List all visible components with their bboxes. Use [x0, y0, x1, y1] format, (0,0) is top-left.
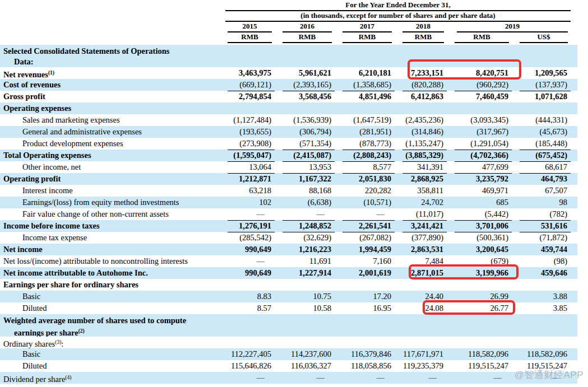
cell-value: (1,127,484) — [220, 114, 275, 126]
row-label: Cost of revenues — [0, 79, 220, 91]
cell-value: (5,442) — [455, 208, 512, 221]
cell-value: 2,871,015 — [395, 267, 447, 279]
cell-value — [275, 337, 335, 348]
cell-value — [335, 337, 395, 348]
cell-value: (2,415,087) — [283, 150, 335, 162]
table-row: Net income attributable to Autohome Inc.… — [0, 267, 577, 279]
table-row: Weighted average number of shares used t… — [0, 314, 577, 337]
row-label: Net income attributable to Autohome Inc. — [0, 267, 220, 279]
table-row: Gross profit2,794,8543,568,4564,851,4966… — [0, 91, 577, 102]
cell-value: 119,235,379 — [395, 360, 447, 372]
cell-value: — — [283, 208, 335, 221]
cell-value: 88,168 — [275, 185, 335, 197]
cell-value: 3,701,006 — [455, 220, 512, 232]
cell-value: (675,452) — [520, 150, 571, 162]
cell-value — [220, 315, 275, 337]
cell-value: (960,292) — [455, 79, 512, 91]
row-label: Income tax expense — [0, 232, 220, 244]
cell-value: 11,691 — [275, 255, 335, 267]
cell-value: 5,961,621 — [275, 67, 335, 79]
table-row: Cost of revenues(669,121)(2,393,165)(1,3… — [0, 79, 577, 91]
cell-value: 98 — [512, 197, 571, 208]
year-header: 2015 — [228, 22, 272, 32]
unit-header: RMB — [402, 32, 444, 43]
row-label: Product development expenses — [0, 138, 220, 150]
cell-value: 119,515,247 — [447, 360, 512, 372]
cell-value: (317,967) — [447, 126, 512, 138]
cell-value: 2,001,619 — [335, 267, 395, 279]
cell-value: (193,655) — [220, 126, 275, 138]
unit-header: RMB — [283, 32, 332, 43]
cell-value — [395, 337, 447, 348]
cell-value: 1,276,191 — [228, 220, 275, 232]
cell-value: 7,460,459 — [447, 91, 512, 102]
cell-value: 16.95 — [335, 302, 395, 314]
cell-value: (1,536,939) — [275, 114, 335, 126]
financial-statements-page: For the Year Ended December 31, (in thou… — [0, 0, 588, 387]
cell-value: (1,358,685) — [342, 79, 395, 91]
row-label: General and administrative expenses — [0, 126, 220, 138]
row-label: Earnings per share for ordinary shares — [0, 279, 220, 291]
cell-value: 2,863,531 — [395, 244, 447, 255]
unit-header: RMB — [342, 32, 392, 43]
header-subtitle-row: (in thousands, except for number of shar… — [0, 11, 577, 22]
cell-value: 10.75 — [275, 291, 335, 302]
table-row: Fair value change of other non-current a… — [0, 208, 577, 220]
cell-value — [447, 337, 512, 348]
cell-value: 68,617 — [520, 161, 571, 174]
cell-value: — — [228, 208, 275, 221]
cell-value — [512, 337, 571, 348]
cell-value: — — [275, 372, 335, 384]
cell-value: 114,237,600 — [275, 348, 335, 360]
cell-value: 6,210,181 — [335, 67, 395, 79]
cell-value: 8.57 — [220, 302, 275, 314]
cell-value: 24.08 — [395, 302, 447, 314]
cell-value: — — [335, 372, 395, 384]
cell-value: 469,971 — [447, 185, 512, 197]
cell-value: (45,673) — [512, 126, 571, 138]
cell-value: 8,420,751 — [447, 67, 512, 79]
cell-value: (669,121) — [228, 79, 275, 91]
row-label: Total Operating expenses — [0, 150, 220, 162]
cell-value: 6,412,863 — [395, 91, 447, 102]
table-row: Product development expenses(273,908)(57… — [0, 138, 577, 150]
cell-value: (32,629) — [275, 232, 335, 244]
row-label: Diluted — [0, 360, 220, 372]
cell-value: (3,885,329) — [402, 150, 447, 162]
cell-value: (1,647,519) — [335, 114, 395, 126]
cell-value — [395, 315, 447, 337]
cell-value: 990,649 — [220, 244, 275, 255]
cell-value: (71,872) — [512, 232, 571, 244]
cell-value: 118,582,096 — [512, 348, 571, 360]
cell-value: 117,671,971 — [395, 348, 447, 360]
cell-value: (2,435,236) — [395, 114, 447, 126]
table-row: Net loss/(income) attributable to noncon… — [0, 255, 577, 267]
cell-value — [335, 315, 395, 337]
cell-value: 8.83 — [220, 291, 275, 302]
cell-value — [220, 337, 275, 348]
cell-value — [220, 279, 275, 291]
header-title-row: For the Year Ended December 31, — [0, 0, 577, 11]
cell-value: — — [220, 255, 275, 267]
cell-value: 685 — [447, 197, 512, 208]
row-label: Interest income — [0, 185, 220, 197]
cell-value: (1,291,054) — [455, 138, 512, 150]
cell-value: 4,851,496 — [335, 91, 395, 102]
row-label: Sales and marketing expenses — [0, 114, 220, 126]
cell-value: 7,160 — [335, 255, 395, 267]
cell-value: 118,058,856 — [335, 360, 395, 372]
table-row: Operating profit1,212,8711,167,3222,051,… — [0, 173, 577, 185]
cell-value: 2,051,830 — [335, 173, 395, 185]
cell-value: (1,135,247) — [402, 138, 447, 150]
table-row: Net revenues(1)3,463,9755,961,6216,210,1… — [0, 67, 577, 79]
cell-value — [335, 279, 395, 291]
cell-value: (444,331) — [512, 114, 571, 126]
table-row: Earnings per share for ordinary shares — [0, 279, 577, 291]
row-label: Operating expenses — [0, 102, 220, 114]
table-row: Other income, net13,06413,9538,577341,39… — [0, 161, 577, 173]
cell-value: (2,393,165) — [283, 79, 335, 91]
cell-value: 531,616 — [520, 220, 571, 232]
cell-value: (878,773) — [342, 138, 395, 150]
cell-value: 102 — [220, 197, 275, 208]
cell-value: 17.20 — [335, 291, 395, 302]
